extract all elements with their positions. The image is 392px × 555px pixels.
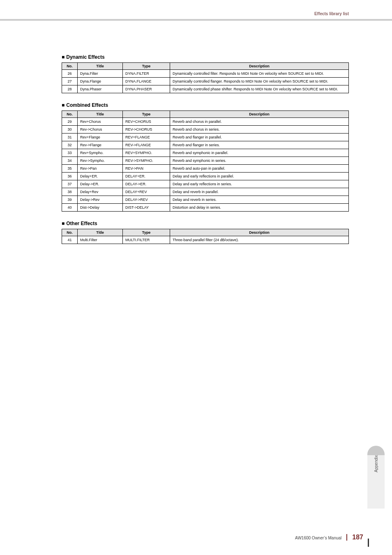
table-row: 30 Rev->Chorus REV->CHORUS Reverb and ch… [62,126,349,134]
cell-type: DIST->DELAY [123,204,170,212]
table-row: 36 Delay+ER. DELAY+ER. Delay and early r… [62,173,349,180]
col-title: Title [78,111,123,118]
footer-manual-label: AW1600 Owner’s Manual [295,536,341,540]
cell-no: 30 [62,126,78,134]
cell-type: REV+FLANGE [123,134,170,141]
section-heading-text: Other Effects [66,221,97,226]
col-title: Title [78,229,123,236]
bullet-icon: ■ [62,102,65,108]
cell-desc: Delay and reverb in parallel. [170,188,349,196]
col-no: No. [62,111,78,118]
cell-no: 31 [62,134,78,141]
cell-no: 32 [62,141,78,149]
cell-no: 35 [62,165,78,173]
table-row: 26 Dyna.Filter DYNA.FILTER Dynamically c… [62,70,349,78]
table-row: 40 Dist->Delay DIST->DELAY Distortion an… [62,204,349,212]
cell-desc: Three-band parallel filter (24 dB/octave… [170,236,349,244]
cell-title: Delay+Rev [78,188,123,196]
col-type: Type [123,111,170,118]
cell-title: Rev->Pan [78,165,123,173]
cell-desc: Reverb and flanger in series. [170,141,349,149]
cell-type: REV->FLANGE [123,141,170,149]
cell-type: DYNA.FLANGE [123,78,170,85]
table-row: 38 Delay+Rev DELAY+REV Delay and reverb … [62,188,349,196]
footer-page-number: 187 [352,534,363,541]
cell-no: 27 [62,78,78,85]
cell-no: 29 [62,118,78,126]
cell-no: 38 [62,188,78,196]
col-type: Type [123,63,170,70]
section-heading-combined: ■ Combined Effects [62,102,349,108]
cell-type: DYNA.PHASER [123,85,170,93]
other-effects-table: No. Title Type Description 41 Multi.Filt… [62,229,349,244]
cell-desc: Reverb and symphonic in parallel. [170,149,349,157]
cell-no: 41 [62,236,78,244]
bullet-icon: ■ [62,54,65,60]
cell-type: DELAY->REV [123,196,170,204]
side-tab-body: Appendix [367,455,385,509]
section-heading-dynamic: ■ Dynamic Effects [62,54,349,60]
col-desc: Description [170,229,349,236]
header-rule [0,19,392,21]
cell-title: Delay+ER. [78,173,123,180]
cell-type: MULTI.FILTER [123,236,170,244]
footer: AW1600 Owner’s Manual 187 [295,534,363,541]
footer-divider [346,534,347,541]
cell-no: 36 [62,173,78,180]
footer-edge-mark [368,539,369,547]
cell-title: Rev->Sympho. [78,157,123,165]
section-heading-other: ■ Other Effects [62,221,349,226]
cell-title: Delay->ER. [78,180,123,188]
cell-no: 33 [62,149,78,157]
side-tab-label: Appendix [374,455,378,491]
bullet-icon: ■ [62,221,65,226]
cell-no: 34 [62,157,78,165]
col-no: No. [62,63,78,70]
cell-type: REV->PAN [123,165,170,173]
cell-title: Multi.Filter [78,236,123,244]
cell-no: 39 [62,196,78,204]
cell-title: Dist->Delay [78,204,123,212]
section-heading-text: Dynamic Effects [66,54,104,60]
cell-type: REV+CHORUS [123,118,170,126]
cell-type: DELAY+ER. [123,173,170,180]
table-row: 29 Rev+Chorus REV+CHORUS Reverb and chor… [62,118,349,126]
table-row: 32 Rev->Flange REV->FLANGE Reverb and fl… [62,141,349,149]
dynamic-effects-table: No. Title Type Description 26 Dyna.Filte… [62,62,349,93]
table-row: 41 Multi.Filter MULTI.FILTER Three-band … [62,236,349,244]
section-heading-text: Combined Effects [66,102,108,108]
table-row: 27 Dyna.Flange DYNA.FLANGE Dynamically c… [62,78,349,85]
col-title: Title [78,63,123,70]
cell-title: Dyna.Filter [78,70,123,78]
cell-type: DYNA.FILTER [123,70,170,78]
cell-no: 28 [62,85,78,93]
table-row: 39 Delay->Rev DELAY->REV Delay and rever… [62,196,349,204]
col-no: No. [62,229,78,236]
cell-desc: Delay and early reflections in parallel. [170,173,349,180]
cell-type: REV+SYMPHO. [123,149,170,157]
cell-title: Rev->Flange [78,141,123,149]
col-type: Type [123,229,170,236]
cell-type: REV->CHORUS [123,126,170,134]
cell-desc: Dynamically controlled phase shifter. Re… [170,85,349,93]
cell-desc: Reverb and chorus in series. [170,126,349,134]
cell-desc: Dynamically controlled flanger. Responds… [170,78,349,85]
cell-desc: Reverb and auto-pan in parallel. [170,165,349,173]
cell-title: Rev+Sympho. [78,149,123,157]
side-tab: Appendix [367,446,385,506]
table-row: 37 Delay->ER. DELAY->ER. Delay and early… [62,180,349,188]
cell-desc: Reverb and flanger in parallel. [170,134,349,141]
cell-type: DELAY->ER. [123,180,170,188]
header-section-label: Effects library list [314,12,349,16]
cell-title: Delay->Rev [78,196,123,204]
combined-effects-table: No. Title Type Description 29 Rev+Chorus… [62,111,349,212]
cell-type: REV->SYMPHO. [123,157,170,165]
cell-desc: Distortion and delay in series. [170,204,349,212]
table-row: 33 Rev+Sympho. REV+SYMPHO. Reverb and sy… [62,149,349,157]
cell-no: 40 [62,204,78,212]
col-desc: Description [170,63,349,70]
cell-desc: Delay and early reflections in series. [170,180,349,188]
cell-type: DELAY+REV [123,188,170,196]
cell-title: Dyna.Phaser [78,85,123,93]
table-row: 35 Rev->Pan REV->PAN Reverb and auto-pan… [62,165,349,173]
